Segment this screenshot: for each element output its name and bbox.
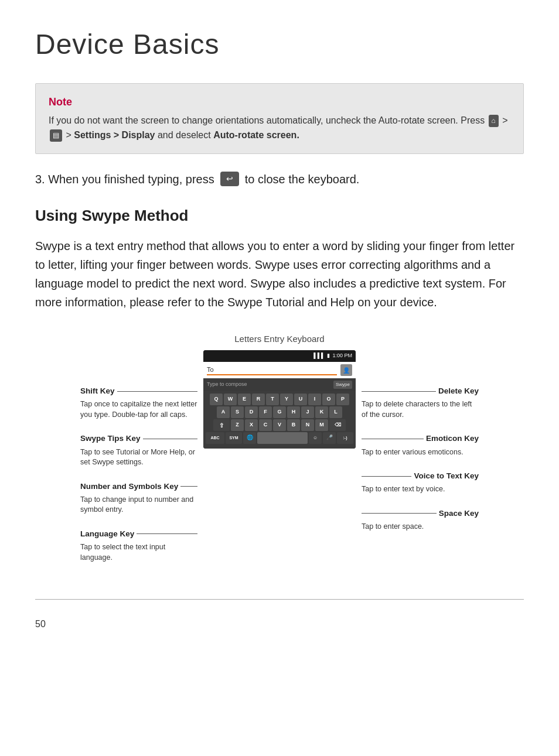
space-key-annotation: Space Key Tap to enter space. bbox=[362, 508, 479, 532]
space-key-right-desc: Tap to enter space. bbox=[362, 522, 479, 532]
signal-icon: ▌▌▌ bbox=[313, 352, 325, 360]
shift-key-button[interactable]: ⇧ bbox=[213, 419, 230, 431]
key-k[interactable]: K bbox=[315, 406, 328, 418]
swype-tips-label: Swype Tips Key bbox=[80, 433, 197, 444]
number-symbols-label: Number and Symbols Key bbox=[80, 481, 197, 492]
status-bar: ▌▌▌ ▮ 1:00 PM bbox=[203, 350, 356, 362]
back-button-icon: ↩ bbox=[220, 172, 239, 186]
right-annotations: Delete Key Tap to delete characters to t… bbox=[362, 350, 479, 545]
smiley-key-button[interactable]: :-) bbox=[337, 432, 353, 444]
voice-text-key-right-desc: Tap to enter text by voice. bbox=[362, 484, 479, 495]
keyboard-row-4: ABC SYM 🌐 ☺ 🎤 :-) bbox=[206, 432, 353, 444]
note-label: Note bbox=[49, 94, 510, 110]
language-key-label: Language Key bbox=[80, 528, 197, 540]
note-box: Note If you do not want the screen to ch… bbox=[35, 83, 524, 154]
emoticon-key-right-label: Emoticon Key bbox=[362, 433, 479, 444]
key-x[interactable]: X bbox=[245, 419, 258, 431]
key-y[interactable]: Y bbox=[280, 394, 293, 405]
full-diagram: Shift Key Tap once to capitalize the nex… bbox=[35, 350, 524, 576]
compose-placeholder: Type to compose bbox=[207, 381, 333, 389]
keyboard-row-2: A S D F G H J K L bbox=[206, 406, 353, 418]
keyboard-rows: Q W E R T Y U I O P A S bbox=[203, 391, 356, 449]
key-j[interactable]: J bbox=[301, 406, 314, 418]
key-g[interactable]: G bbox=[273, 406, 286, 418]
key-o[interactable]: O bbox=[322, 394, 335, 405]
compose-area: Type to compose Swype bbox=[203, 378, 356, 391]
voice-text-key-annotation: Voice to Text Key Tap to enter text by v… bbox=[362, 470, 479, 495]
note-text: If you do not want the screen to change … bbox=[49, 114, 510, 143]
delete-key-right-label: Delete Key bbox=[362, 385, 479, 397]
space-key-right-label: Space Key bbox=[362, 508, 479, 519]
page-title: Device Basics bbox=[35, 23, 524, 66]
swype-description: Swype is a text entry method that allows… bbox=[35, 237, 524, 312]
delete-key-right-desc: Tap to delete characters to the left of … bbox=[362, 399, 479, 420]
shift-key-annotation: Shift Key Tap once to capitalize the nex… bbox=[80, 385, 197, 420]
key-z[interactable]: Z bbox=[231, 419, 244, 431]
key-b[interactable]: B bbox=[287, 419, 300, 431]
key-a[interactable]: A bbox=[217, 406, 230, 418]
abc-key-button[interactable]: ABC bbox=[206, 432, 224, 444]
bottom-divider bbox=[35, 599, 524, 600]
step3-line: 3. When you finished typing, press ↩ to … bbox=[35, 170, 524, 188]
key-e[interactable]: E bbox=[238, 394, 251, 405]
key-l[interactable]: L bbox=[329, 406, 342, 418]
keyboard-image: ▌▌▌ ▮ 1:00 PM To 👤 Type to compose Swype bbox=[203, 350, 356, 449]
time-display: 1:00 PM bbox=[332, 352, 352, 360]
menu-icon: ▤ bbox=[50, 129, 62, 142]
delete-key-button[interactable]: ⌫ bbox=[329, 419, 346, 431]
keyboard-row-1: Q W E R T Y U I O P bbox=[206, 394, 353, 405]
diagram-area: Letters Entry Keyboard Shift Key Tap onc… bbox=[35, 333, 524, 576]
key-h[interactable]: H bbox=[287, 406, 300, 418]
emoticon-key-annotation: Emoticon Key Tap to enter various emotic… bbox=[362, 433, 479, 457]
battery-icon: ▮ bbox=[327, 352, 330, 360]
space-key-button[interactable] bbox=[257, 432, 308, 444]
shift-key-desc: Tap once to capitalize the next letter y… bbox=[80, 399, 197, 420]
emoticon-key-button[interactable]: ☺ bbox=[309, 432, 322, 444]
sym-key-button[interactable]: SYM bbox=[226, 432, 242, 444]
key-d[interactable]: D bbox=[245, 406, 258, 418]
home-icon: ⌂ bbox=[489, 115, 499, 127]
to-label: To bbox=[207, 365, 337, 376]
language-key-desc: Tap to select the text input language. bbox=[80, 542, 197, 563]
contact-icon: 👤 bbox=[340, 364, 352, 376]
to-row: To 👤 bbox=[203, 362, 356, 378]
diagram-center-label: Letters Entry Keyboard bbox=[35, 333, 524, 346]
swype-brand-label: Swype bbox=[333, 381, 352, 389]
swype-tips-desc: Tap to see Tutorial or More Help, or set… bbox=[80, 447, 197, 468]
shift-key-label: Shift Key bbox=[80, 385, 197, 397]
key-i[interactable]: I bbox=[308, 394, 321, 405]
delete-key-annotation: Delete Key Tap to delete characters to t… bbox=[362, 385, 479, 420]
key-n[interactable]: N bbox=[301, 419, 314, 431]
key-m[interactable]: M bbox=[315, 419, 328, 431]
key-t[interactable]: T bbox=[266, 394, 279, 405]
key-w[interactable]: W bbox=[224, 394, 237, 405]
key-f[interactable]: F bbox=[259, 406, 272, 418]
key-s[interactable]: S bbox=[231, 406, 244, 418]
number-symbols-annotation: Number and Symbols Key Tap to change inp… bbox=[80, 481, 197, 515]
language-key-button[interactable]: 🌐 bbox=[243, 432, 256, 444]
number-symbols-desc: Tap to change input to number and symbol… bbox=[80, 495, 197, 515]
mic-key-button[interactable]: 🎤 bbox=[323, 432, 336, 444]
keyboard-row-3: ⇧ Z X C V B N M ⌫ bbox=[206, 419, 353, 431]
key-u[interactable]: U bbox=[294, 394, 307, 405]
voice-text-key-right-label: Voice to Text Key bbox=[362, 470, 479, 482]
language-key-annotation: Language Key Tap to select the text inpu… bbox=[80, 528, 197, 563]
swype-tips-annotation: Swype Tips Key Tap to see Tutorial or Mo… bbox=[80, 433, 197, 467]
keyboard-diagram: ▌▌▌ ▮ 1:00 PM To 👤 Type to compose Swype bbox=[197, 350, 362, 449]
emoticon-key-right-desc: Tap to enter various emoticons. bbox=[362, 447, 479, 458]
swype-section-title: Using Swype Method bbox=[35, 204, 524, 227]
page-number: 50 bbox=[35, 617, 524, 631]
key-v[interactable]: V bbox=[273, 419, 286, 431]
key-q[interactable]: Q bbox=[210, 394, 223, 405]
key-c[interactable]: C bbox=[259, 419, 272, 431]
key-r[interactable]: R bbox=[252, 394, 265, 405]
left-annotations: Shift Key Tap once to capitalize the nex… bbox=[80, 350, 197, 576]
key-p[interactable]: P bbox=[336, 394, 349, 405]
